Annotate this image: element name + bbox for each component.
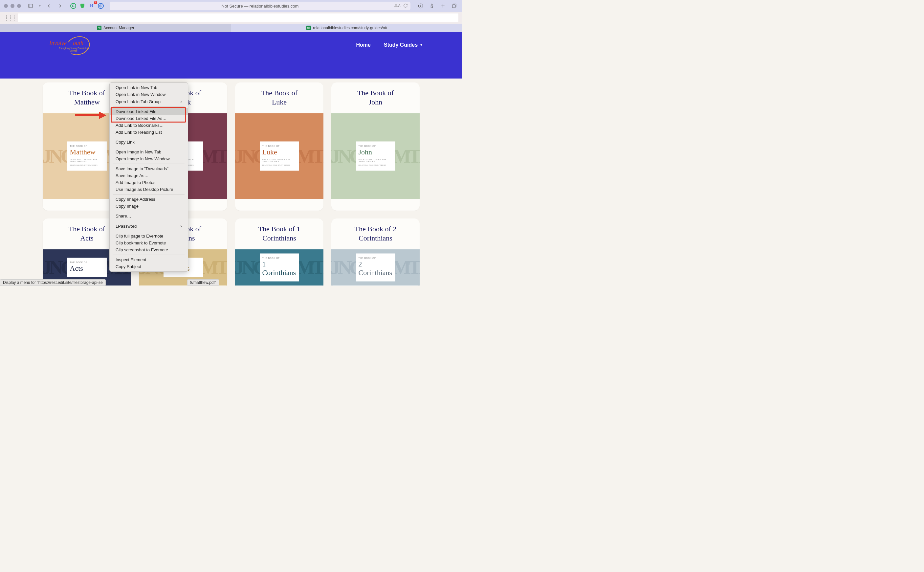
context-menu-item[interactable]: Open Image in New Window [110,155,188,162]
extensions-row: G R4 [70,3,104,9]
context-menu-item[interactable]: Copy Image Address [110,196,188,203]
tab-label: relationalbiblestudies.com/study-guides/… [313,26,387,30]
browser-toolbar: G R4 Not Secure — relationalbiblestudies… [0,0,462,12]
logo-text: outh [73,40,84,47]
status-bar: Display a menu for "https://rest.edit.si… [0,279,106,286]
logo-tagline: Energizing Young People for Service [55,47,92,52]
book-title: The Book of 2Corinthians [355,224,397,243]
book-card[interactable]: The Book ofLukeABMTHWLKJNCRSAMTHWLKJNCRS… [235,82,323,211]
context-menu-item[interactable]: Add Link to Bookmarks… [110,122,188,129]
reload-icon[interactable] [403,3,408,9]
logo-text: Involve [49,40,67,47]
traffic-zoom[interactable] [17,4,21,8]
tab-relationalbible[interactable]: ns relationalbiblestudies.com/study-guid… [231,24,462,32]
content-area: The Book ofMatthewABMTHWLKJNCRSAMTHWLKJN… [0,82,462,286]
context-menu-item[interactable]: Clip bookmark to Evernote [110,239,188,246]
site-logo[interactable]: Involve outh Energizing Young People for… [49,36,92,54]
tab-account-manager[interactable]: ns Account Manager [0,24,231,32]
book-title: The Book ofLuke [261,89,298,107]
dropdown-caret-icon: ▼ [420,43,423,47]
svg-rect-9 [453,5,456,8]
context-menu-separator [113,106,184,107]
context-menu-item[interactable]: Inspect Element [110,256,188,263]
context-menu-item[interactable]: Open Link in New Window [110,91,188,98]
context-menu-item[interactable]: Save Image to "Downloads" [110,165,188,172]
traffic-close[interactable] [4,4,8,8]
traffic-lights [4,4,21,8]
context-menu-item[interactable]: Share… [110,213,188,219]
context-menu-separator [113,163,184,164]
book-cover[interactable]: ABMTHWLKJNCRSAMTHWLKJNCRSTHE BOOK OFLuke… [235,113,323,199]
context-menu-item[interactable]: Save Image As… [110,172,188,179]
nav-home[interactable]: Home [356,42,371,48]
book-card[interactable]: The Book of 1CorinthiansABMTHWLKJNCRSAMT… [235,219,323,286]
tab-group-dropdown-icon[interactable] [37,2,42,10]
header-band [0,58,462,79]
context-menu-separator [113,147,184,147]
book-cover[interactable]: ABMTHWLKJNCRSAMTHWLKJNCRSTHE BOOK OF2 Co… [331,249,420,286]
context-menu-item[interactable]: Copy Subject [110,263,188,270]
favorites-area [18,14,458,22]
context-menu-item[interactable]: Download Linked File [110,108,188,115]
context-menu-item[interactable]: Copy Image [110,203,188,210]
site-header: Involve outh Energizing Young People for… [0,32,462,58]
favorites-bar: ⋮⋮⋮⋮⋮⋮ [0,12,462,24]
evernote-icon[interactable] [79,3,85,9]
context-menu-item[interactable]: Open Image in New Tab [110,149,188,155]
context-menu-item[interactable]: Copy Link [110,138,188,146]
context-menu-separator [113,194,184,194]
book-title: The Book ofJohn [357,89,394,107]
tab-favicon: ns [306,26,311,30]
tab-favicon: ns [97,26,101,30]
back-button[interactable] [45,2,53,10]
tab-bar: ns Account Manager ns relationalbiblestu… [0,24,462,32]
context-menu-item[interactable]: 1Password› [110,222,188,230]
book-title: The Book ofMatthew [69,89,105,107]
book-title: The Book of 1Corinthians [259,224,301,243]
book-grid-2: The Book ofActsABMTHWLKJNCRSAMTHWLKJNCRS… [43,219,420,286]
book-grid: The Book ofMatthewABMTHWLKJNCRSAMTHWLKJN… [43,82,420,211]
submenu-arrow-icon: › [180,224,182,228]
book-cover[interactable]: ABMTHWLKJNCRSAMTHWLKJNCRSTHE BOOK OFJohn… [331,113,420,199]
r-badge: 4 [94,1,97,4]
sidebar-toggle-button[interactable] [26,2,35,10]
translate-icon[interactable]: ⁂A [394,4,401,8]
context-menu: Open Link in New TabOpen Link in New Win… [109,82,188,272]
book-card[interactable]: The Book of 2CorinthiansABMTHWLKJNCRSAMT… [331,219,420,286]
main-nav: Home Study Guides ▼ [356,42,423,48]
context-menu-item[interactable]: Download Linked File As… [110,115,188,122]
submenu-arrow-icon: › [180,99,182,104]
book-card[interactable]: The Book ofJohnABMTHWLKJNCRSAMTHWLKJNCRS… [331,82,420,211]
onepassword-icon[interactable] [98,3,104,9]
share-icon[interactable] [428,2,436,10]
context-menu-item[interactable]: Open Link in Tab Group› [110,98,188,105]
tab-overview-icon[interactable] [450,2,458,10]
svg-rect-0 [29,4,33,8]
book-title: The Book ofActs [69,224,105,243]
address-text: Not Secure — relationalbiblestudies.com [222,4,299,9]
context-menu-item[interactable]: Use Image as Desktop Picture [110,186,188,193]
tab-label: Account Manager [104,26,134,30]
grammarly-icon[interactable]: G [70,3,76,9]
forward-button[interactable] [56,2,64,10]
context-menu-item[interactable]: Clip screenshot to Evernote [110,246,188,253]
apps-grid-icon[interactable]: ⋮⋮⋮⋮⋮⋮ [4,16,16,20]
context-menu-item[interactable]: Add Image to Photos [110,179,188,186]
status-bar-right: 8/matthew.pdf" [187,279,219,286]
downloads-icon[interactable] [416,2,425,10]
nav-study-guides[interactable]: Study Guides ▼ [384,42,423,48]
new-tab-icon[interactable] [439,2,447,10]
context-menu-separator [113,255,184,255]
context-menu-item[interactable]: Add Link to Reading List [110,129,188,136]
annotation-arrow-icon [74,110,106,121]
address-bar[interactable]: Not Secure — relationalbiblestudies.com … [110,2,411,10]
r-extension-icon[interactable]: R4 [88,3,95,9]
context-menu-item[interactable]: Open Link in New Tab [110,84,188,91]
svg-marker-11 [99,112,106,119]
context-menu-item[interactable]: Clip full page to Evernote [110,233,188,239]
traffic-minimize[interactable] [11,4,14,8]
context-menu-separator [113,137,184,137]
book-cover[interactable]: ABMTHWLKJNCRSAMTHWLKJNCRSTHE BOOK OF1 Co… [235,249,323,286]
